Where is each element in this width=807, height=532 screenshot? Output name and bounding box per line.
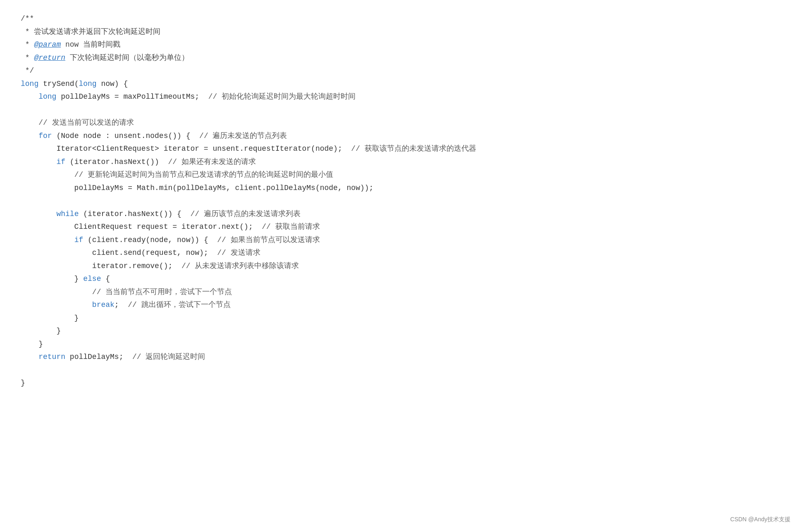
code-line: // 发送当前可以发送的请求 [21,116,786,130]
code-line: iterator.remove(); // 从未发送请求列表中移除该请求 [21,260,786,273]
code-line: } [21,325,786,338]
code-line: /** [21,12,786,26]
code-line: if (client.ready(node, now)) { // 如果当前节点… [21,234,786,247]
code-line: } else { [21,273,786,286]
code-line: pollDelayMs = Math.min(pollDelayMs, clie… [21,182,786,195]
code-line: break; // 跳出循环，尝试下一个节点 [21,299,786,312]
code-line: } [21,312,786,325]
code-line: return pollDelayMs; // 返回轮询延迟时间 [21,351,786,364]
code-line: long trySend(long now) { [21,78,786,91]
code-line: } [21,338,786,351]
code-line: ClientRequest request = iterator.next();… [21,221,786,234]
code-line: * @return 下次轮询延迟时间（以毫秒为单位） [21,52,786,65]
code-line: for (Node node : unsent.nodes()) { // 遍历… [21,130,786,143]
code-line: */ [21,64,786,78]
code-line: Iterator<ClientRequest> iterator = unsen… [21,142,786,156]
code-line: // 当当前节点不可用时，尝试下一个节点 [21,286,786,299]
code-container: /** * 尝试发送请求并返回下次轮询延迟时间 * @param now 当前时… [0,0,807,532]
blank-line [21,364,786,377]
code-line: // 更新轮询延迟时间为当前节点和已发送请求的节点的轮询延迟时间的最小值 [21,169,786,182]
code-line: client.send(request, now); // 发送请求 [21,247,786,260]
code-line: long pollDelayMs = maxPollTimeoutMs; // … [21,90,786,104]
code-line: while (iterator.hasNext()) { // 遍历该节点的未发… [21,208,786,221]
blank-line [21,195,786,208]
code-line: } [21,377,786,390]
code-line: if (iterator.hasNext()) // 如果还有未发送的请求 [21,156,786,169]
blank-line [21,104,786,117]
code-line: * @param now 当前时间戳 [21,38,786,52]
code-line: * 尝试发送请求并返回下次轮询延迟时间 [21,26,786,39]
footer-label: CSDN @Andy技术支援 [730,515,790,524]
